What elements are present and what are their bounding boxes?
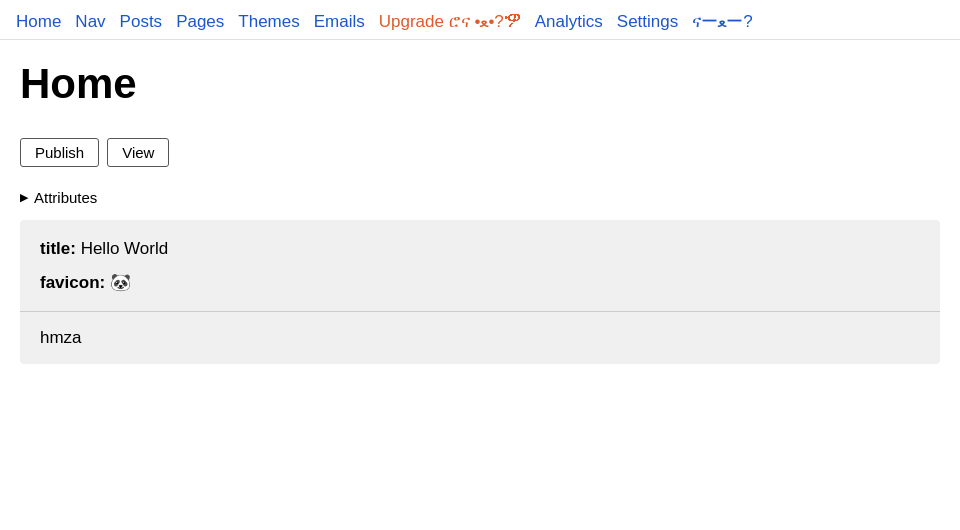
nav-home[interactable]: Home: [16, 12, 61, 32]
action-buttons: Publish View: [20, 138, 940, 167]
page-title: Home: [20, 60, 940, 108]
page-content: Home Publish View ▶ Attributes title: He…: [0, 40, 960, 384]
nav-nav[interactable]: Nav: [75, 12, 105, 32]
nav-extra[interactable]: ናーﻌー?: [692, 10, 752, 33]
view-button[interactable]: View: [107, 138, 169, 167]
nav-pages[interactable]: Pages: [176, 12, 224, 32]
favicon-value: 🐼: [110, 273, 131, 292]
nav-themes[interactable]: Themes: [238, 12, 299, 32]
nav-settings[interactable]: Settings: [617, 12, 678, 32]
nav-bar: Home Nav Posts Pages Themes Emails Upgra…: [0, 0, 960, 40]
nav-upgrade[interactable]: Upgrade ሮና •ﻌ•?ዏ: [379, 11, 521, 32]
title-value: Hello World: [81, 239, 169, 258]
nav-posts[interactable]: Posts: [120, 12, 163, 32]
title-key: title:: [40, 239, 76, 258]
attributes-panel: title: Hello World favicon: 🐼 hmza: [20, 220, 940, 364]
attributes-label: Attributes: [34, 189, 97, 206]
user-section: hmza: [20, 312, 940, 364]
title-attribute-row: title: Hello World: [40, 236, 920, 262]
attributes-section: title: Hello World favicon: 🐼: [20, 220, 940, 311]
chevron-right-icon: ▶: [20, 191, 28, 204]
nav-row: Home Nav Posts Pages Themes Emails Upgra…: [16, 10, 944, 33]
favicon-attribute-row: favicon: 🐼: [40, 270, 920, 296]
publish-button[interactable]: Publish: [20, 138, 99, 167]
user-value: hmza: [40, 328, 82, 347]
nav-emails[interactable]: Emails: [314, 12, 365, 32]
favicon-key: favicon:: [40, 273, 105, 292]
nav-analytics[interactable]: Analytics: [535, 12, 603, 32]
attributes-toggle[interactable]: ▶ Attributes: [20, 189, 940, 206]
